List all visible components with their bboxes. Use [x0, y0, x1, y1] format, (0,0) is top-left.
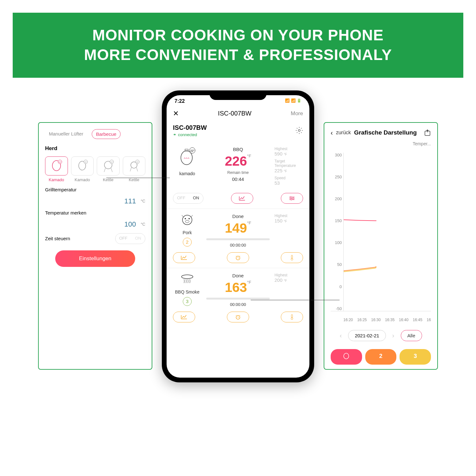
tab-manual-fan[interactable]: Manueller Lüfter [45, 129, 87, 139]
next-date-button[interactable]: › [392, 332, 394, 339]
grill-temp-input[interactable]: 111°C [45, 197, 145, 205]
chart-area[interactable]: 300250200150100500-50 [331, 153, 431, 311]
time-control-row: Zeit steuern OFFON [45, 233, 145, 244]
bbq-temp: 226 [225, 154, 247, 169]
probe-2-badge: 2 [183, 238, 192, 247]
kamado-icon: 22" [50, 159, 63, 173]
bbq-settings-button[interactable] [281, 193, 303, 204]
smoke-progress [206, 298, 270, 300]
probe-selector: 2 3 [331, 349, 431, 365]
more-button[interactable]: More [291, 110, 303, 117]
kamado-icon: 15" [76, 159, 88, 173]
time-toggle[interactable]: OFFON [115, 233, 146, 244]
svg-point-30 [291, 258, 293, 260]
smoke-chart-button[interactable] [173, 312, 195, 322]
svg-line-12 [130, 168, 131, 171]
bbq-section: 22" kamado BBQ 226°F Remain time 00:44 H… [167, 142, 309, 209]
back-button[interactable]: ‹ [331, 129, 333, 136]
smoke-temp: 163 [225, 280, 247, 295]
svg-text:22": 22" [58, 161, 61, 163]
chart-icon [181, 255, 187, 260]
smoke-icon [179, 273, 195, 286]
smoke-temp-button[interactable] [281, 312, 303, 322]
svg-point-16 [298, 129, 300, 131]
kamado-grill-icon: 22" [178, 147, 197, 167]
kettle-icon: 15" [128, 159, 140, 173]
svg-point-27 [185, 220, 189, 223]
pork-chart-button[interactable] [173, 252, 195, 263]
tab-barbecue[interactable]: Barbecue [92, 129, 120, 139]
mode-tabs: Manueller Lüfter Barbecue [45, 129, 145, 139]
pork-progress [206, 238, 270, 240]
chart-icon [181, 315, 187, 319]
chart-icon [239, 196, 245, 201]
svg-line-8 [111, 168, 112, 172]
stove-kettle-22[interactable]: 22" Kettle [97, 156, 120, 182]
date-selector[interactable]: 2021-02-21 [348, 330, 386, 341]
svg-text:15": 15" [136, 161, 139, 163]
probe-2-button[interactable]: 2 [365, 349, 397, 365]
close-icon[interactable]: ✕ [173, 109, 179, 118]
chart-title: Grafische Darstellung [354, 129, 421, 136]
banner-title: MONITOR COOKING ON YOUR PHONEMORE CONVEN… [19, 25, 457, 65]
phone-notch [209, 90, 267, 100]
svg-point-34 [291, 318, 293, 320]
bbq-chart-button[interactable] [231, 193, 253, 204]
chart-panel: ‹ zurück Grafische Darstellung Temper...… [324, 122, 438, 370]
nav-bar: ✕ ISC-007BW More [167, 106, 309, 122]
svg-line-13 [136, 168, 138, 171]
smoke-status: Done [206, 273, 270, 278]
bbq-label: BBQ [206, 147, 270, 152]
svg-text:15": 15" [84, 161, 87, 163]
x-axis: 16:2016:2516:3016:3516:4016:4516 [331, 318, 431, 322]
legend-label: Temper... [331, 141, 431, 146]
svg-line-7 [104, 168, 105, 172]
pig-icon [179, 214, 195, 226]
stove-kamado-22[interactable]: 22" Kamado [45, 156, 68, 182]
pork-temp: 149 [225, 221, 247, 235]
svg-point-36 [344, 353, 349, 359]
svg-text:22": 22" [190, 149, 194, 152]
svg-rect-29 [291, 255, 293, 258]
herd-title: Herd [45, 145, 145, 152]
stove-kettle-15[interactable]: 15" Kettle [123, 156, 146, 182]
kettle-icon: 22" [102, 159, 114, 173]
stove-kamado-15[interactable]: 15" Kamado [71, 156, 94, 182]
all-button[interactable]: Alle [401, 330, 422, 341]
share-icon[interactable] [424, 129, 431, 136]
svg-point-31 [182, 275, 193, 279]
smoke-section: BBQ Smoke 3 Done 163°F 00:00:00 Highest2… [167, 268, 309, 327]
pork-section: Pork 2 Done 149°F 00:00:00 Highest150 °F [167, 209, 309, 268]
alarm-icon [235, 255, 241, 261]
connection-status: ⚭connected [173, 132, 207, 137]
bbq-toggle[interactable]: OFFON [173, 193, 203, 204]
connector-line [106, 178, 170, 178]
svg-text:22": 22" [110, 161, 113, 163]
pork-status: Done [206, 214, 270, 219]
svg-point-21 [290, 196, 291, 198]
sliders-icon [289, 196, 295, 201]
svg-point-25 [185, 218, 186, 219]
back-label[interactable]: zurück [336, 130, 351, 136]
pork-timer-button[interactable] [227, 252, 249, 263]
mark-temp-input[interactable]: 100°C [45, 220, 145, 228]
svg-point-24 [182, 215, 192, 225]
smoke-timer-button[interactable] [227, 312, 249, 322]
pork-temp-button[interactable] [281, 252, 303, 263]
stove-list: 22" Kamado 15" Kamado 22" Kettle 15" Ket… [45, 156, 145, 182]
probe-3-button[interactable]: 3 [400, 349, 431, 365]
thermometer-icon [290, 255, 294, 261]
svg-point-26 [188, 218, 190, 219]
chart-svg [344, 153, 431, 311]
gear-icon[interactable] [295, 127, 303, 134]
prev-date-button[interactable]: ‹ [340, 332, 342, 339]
connector-line [251, 300, 340, 300]
svg-rect-33 [291, 314, 293, 318]
phone-mockup: 7:22📶 📶 🔋 ✕ ISC-007BW More ISC-007BW ⚭co… [162, 90, 314, 382]
grill-temp-label: Grilltemperatur [45, 187, 145, 192]
device-name: ISC-007BW [173, 124, 207, 131]
probe-1-button[interactable] [331, 349, 362, 365]
promo-banner: MONITOR COOKING ON YOUR PHONEMORE CONVEN… [13, 13, 463, 78]
settings-button[interactable]: Einstellungen [55, 250, 136, 267]
mark-temp-label: Temperatur merken [45, 210, 145, 215]
